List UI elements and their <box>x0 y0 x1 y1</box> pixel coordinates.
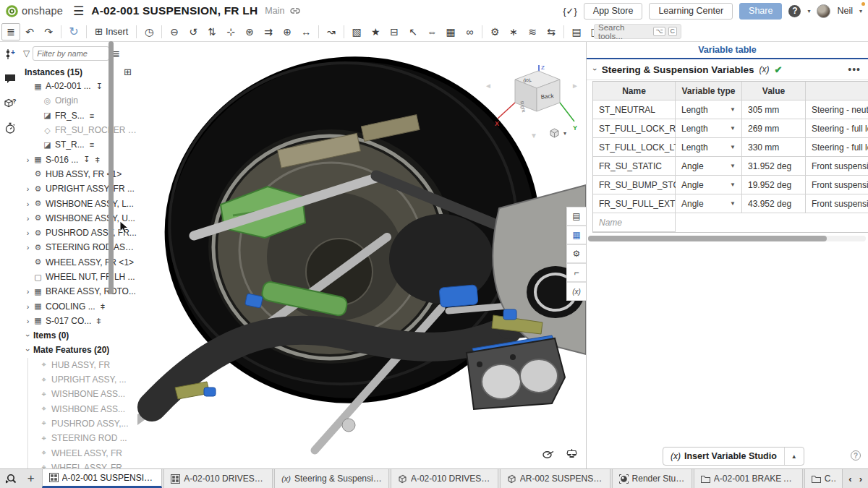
config-badge-icon[interactable]: ≡ <box>90 111 94 120</box>
variable-type-cell[interactable]: Length▼ <box>676 138 742 157</box>
variable-type-cell[interactable]: Length▼ <box>676 119 742 138</box>
chevron-down-icon[interactable]: › <box>24 346 33 355</box>
tree-item[interactable]: ⚙WHEEL ASSY, FR <1> <box>20 255 137 270</box>
filter-input[interactable] <box>33 46 109 61</box>
variables-panel-icon[interactable]: (x) <box>566 282 586 301</box>
document-tab[interactable]: A-02-001 BRAKE ASSY... <box>694 469 803 488</box>
type-dropdown-icon[interactable]: ▼ <box>730 125 736 132</box>
chevron-right-icon[interactable]: › <box>23 243 33 252</box>
tree-item[interactable]: ⚙HUB ASSY, FR <1> <box>20 167 137 181</box>
tree-item[interactable]: ◇FR_SU_ROCKER <2> <box>20 123 137 137</box>
document-tab[interactable]: A-02-010 DRIVESHAFT... <box>163 469 273 488</box>
fastened-mate-icon[interactable]: ⊕ <box>278 23 297 40</box>
type-dropdown-icon[interactable]: ▼ <box>730 163 736 169</box>
tree-section[interactable]: ›Mate Features (20) <box>20 343 137 357</box>
named-positions-icon[interactable]: ⇆ <box>542 23 561 40</box>
rotate-right-arrow[interactable]: ► <box>571 82 579 90</box>
chevron-right-icon[interactable]: › <box>23 302 33 311</box>
tab-manager-icon[interactable] <box>0 469 22 488</box>
help-icon[interactable]: ? <box>788 5 801 17</box>
learning-center-button[interactable]: Learning Center <box>649 3 733 20</box>
part-panel-icon[interactable]: ⌐ <box>566 263 586 282</box>
document-tab[interactable]: (x)Steering & Suspension ... <box>274 469 389 488</box>
variable-name-cell[interactable]: ST_FULL_LOCK_RT <box>593 119 676 138</box>
planar-mate-icon[interactable]: ⊹ <box>221 23 240 40</box>
rotate-sync-icon[interactable]: ↻ <box>64 23 83 40</box>
tree-item[interactable]: ⌖WISHBONE ASS... <box>27 387 137 401</box>
slider-badge-icon[interactable]: ǂ <box>101 302 105 311</box>
undo-icon[interactable]: ↶ <box>20 23 39 40</box>
redo-icon[interactable]: ↷ <box>39 23 58 40</box>
type-dropdown-icon[interactable]: ▼ <box>730 200 736 207</box>
document-tab[interactable]: A-02-001 SUSPENSION... <box>42 469 163 488</box>
share-link-icon[interactable] <box>290 8 300 14</box>
insert-icon[interactable]: ⊞Insert <box>90 23 133 40</box>
tree-item[interactable]: ▢WHEEL NUT, FR LH ... <box>20 270 137 284</box>
variable-name-cell[interactable]: FR_SU_STATIC <box>593 157 676 176</box>
document-tab[interactable]: CAD <box>804 469 843 488</box>
app-store-button[interactable]: App Store <box>584 3 643 20</box>
display-states-icon[interactable]: ▦ <box>566 226 586 244</box>
tree-item[interactable]: ⌖WISHBONE ASS... <box>27 402 137 416</box>
user-menu[interactable]: Neil <box>837 6 853 16</box>
drawing-icon[interactable]: ▤ <box>567 23 586 40</box>
assembly-tree-toggle-icon[interactable]: ≣ <box>1 23 20 40</box>
variable-description-cell[interactable]: Steering - neutral <box>806 100 868 119</box>
insert-item-icon[interactable]: ⊞ <box>124 67 132 77</box>
chevron-right-icon[interactable]: › <box>23 200 33 208</box>
table-hscrollbar[interactable] <box>588 236 866 241</box>
transform-icon[interactable]: ⇔ <box>422 23 441 40</box>
mate-connector-add-icon[interactable]: + <box>3 48 17 61</box>
tabs-scroll-right-icon[interactable]: › <box>859 474 862 484</box>
section-view-icon[interactable]: ≋ <box>523 23 542 40</box>
select-group-icon[interactable]: ▧ <box>347 23 366 40</box>
fixed-badge-icon[interactable]: ↧ <box>83 155 90 164</box>
pattern-icon[interactable]: ▦ <box>441 23 460 40</box>
mate-limits-icon[interactable]: ↔ <box>297 23 315 40</box>
ball-mate-icon[interactable]: ⊛ <box>240 23 259 40</box>
exploded-view-icon[interactable]: ∗ <box>504 23 523 40</box>
slider-mate-icon[interactable]: ⇅ <box>203 23 221 40</box>
configurations-icon[interactable]: ⚙ <box>485 23 504 40</box>
chevron-right-icon[interactable]: › <box>23 317 33 325</box>
measure-icon[interactable] <box>542 448 555 461</box>
chevron-right-icon[interactable]: › <box>23 214 33 223</box>
revolute-mate-icon[interactable]: ↺ <box>184 23 203 40</box>
panel-help-icon[interactable]: ? <box>851 450 861 461</box>
tree-item[interactable]: ◎Origin <box>20 93 137 108</box>
tree-item[interactable]: ›▦S-016 ...↧ǂ <box>20 152 137 166</box>
variable-studio-section-header[interactable]: › Steering & Suspension Variables (x) ✔ … <box>587 59 868 80</box>
slider-badge-icon[interactable]: ǂ <box>95 155 100 164</box>
variable-value-cell[interactable]: 269 mm <box>742 119 806 138</box>
variable-description-cell[interactable]: Front suspension <box>806 176 868 194</box>
tree-scrollbar[interactable] <box>109 41 114 294</box>
document-tab[interactable]: A-02-010 DRIVESHAFT... <box>391 469 498 488</box>
type-dropdown-icon[interactable]: ▼ <box>730 106 736 113</box>
tabs-scroll-left-icon[interactable]: ‹ <box>848 474 851 484</box>
insert-feature-icon[interactable]: ★ <box>366 23 385 40</box>
document-tab[interactable]: AR-002 SUSPENSION, ... <box>500 469 610 488</box>
mate-icon[interactable]: ⊖ <box>165 23 184 40</box>
tree-item[interactable]: ›⚙WISHBONE ASSY, L... <box>20 196 137 210</box>
chevron-right-icon[interactable]: › <box>23 184 33 193</box>
tree-item[interactable]: ⌖PUSHROD ASSY,... <box>27 416 137 431</box>
snap-mode-icon[interactable]: ↝ <box>322 23 341 40</box>
tree-item[interactable]: ›▦COOLING ...ǂ <box>20 299 137 313</box>
tree-item[interactable]: ⌖WHEEL ASSY, FR <box>27 461 137 468</box>
tree-item[interactable]: ▦A-02-001 ...↧ <box>20 79 137 93</box>
variable-value-cell[interactable]: 305 mm <box>742 100 806 119</box>
document-tab[interactable]: Render Studio <box>612 469 692 488</box>
section-collapse-icon[interactable]: › <box>591 68 600 71</box>
chevron-down-icon[interactable]: › <box>24 331 33 341</box>
bom-table-icon[interactable]: ▤ <box>566 207 586 226</box>
rotate-down-arrow[interactable]: ▼ <box>530 132 537 140</box>
variable-value-cell[interactable]: 43.952 deg <box>742 194 806 213</box>
search-tools-box[interactable]: Search tools... ⌥ C <box>594 24 681 39</box>
variable-value-cell[interactable]: 19.952 deg <box>742 176 806 194</box>
slider-badge-icon[interactable]: ǂ <box>96 317 101 325</box>
parts-list-icon[interactable]: ⚙ <box>566 244 586 263</box>
variable-name-cell[interactable]: ST_NEUTRAL <box>593 100 676 119</box>
variable-type-cell[interactable]: Length▼ <box>676 100 742 119</box>
group-icon[interactable]: ∞ <box>460 23 479 40</box>
chevron-right-icon[interactable]: › <box>23 287 33 296</box>
